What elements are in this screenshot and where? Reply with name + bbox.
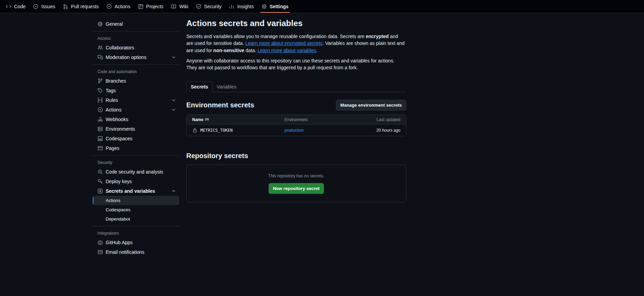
sidebar-item-code-security[interactable]: Code security and analysis (93, 167, 179, 177)
manage-environment-secrets-button[interactable]: Manage environment secrets (336, 100, 406, 110)
issue-opened-icon (33, 4, 38, 9)
intro-bold-encrypted: encrypted (366, 34, 389, 39)
sidebar-item-label: Environments (106, 126, 135, 132)
collaborator-paragraph: Anyone with collaborator access to this … (186, 57, 406, 71)
sidebar-item-label: Pages (106, 145, 119, 151)
chevron-down-icon (171, 97, 176, 103)
sidebar-item-tags[interactable]: Tags (93, 86, 179, 95)
sidebar-item-label: GitHub Apps (106, 240, 133, 245)
sidebar-item-collaborators[interactable]: Collaborators (93, 43, 179, 52)
sidebar-item-pages[interactable]: Pages (93, 143, 179, 153)
settings-sidebar: General Access Collaborators Moderation … (93, 19, 179, 257)
sidebar-divider (93, 226, 179, 226)
tab-issues-label: Issues (41, 4, 55, 9)
sidebar-item-label: Codespaces (106, 136, 132, 141)
environment-secrets-title: Environment secrets (186, 101, 254, 109)
table-header-row: Name Environment Last updated (187, 115, 406, 125)
tab-security[interactable]: Security (192, 0, 225, 13)
sidebar-item-deploy-keys[interactable]: Deploy keys (93, 177, 179, 186)
sidebar-item-label: Code security and analysis (106, 169, 163, 175)
tab-pull-requests-label: Pull requests (71, 4, 99, 9)
sidebar-subitem-label: Dependabot (106, 216, 130, 222)
sidebar-item-secrets-and-variables[interactable]: Secrets and variables (93, 186, 179, 196)
sidebar-item-actions[interactable]: Actions (93, 105, 179, 115)
sidebar-item-label: Actions (106, 107, 121, 113)
sidebar-item-environments[interactable]: Environments (93, 124, 179, 134)
table-row: METRICS_TOKEN production 20 hours ago (187, 125, 406, 136)
intro-bold-non-sensitive: non-sensitive (213, 48, 244, 53)
tab-variables[interactable]: Variables (213, 82, 241, 92)
gear-icon (97, 21, 103, 27)
environment-link[interactable]: production (284, 128, 304, 133)
sidebar-item-email-notifications[interactable]: Email notifications (93, 247, 179, 257)
sidebar-item-label: Email notifications (106, 249, 144, 255)
sort-ascending-icon (205, 117, 209, 122)
sidebar-subitem-codespaces[interactable]: Codespaces (93, 205, 179, 214)
sidebar-item-rules[interactable]: Rules (93, 95, 179, 105)
browser-icon (97, 145, 103, 151)
sidebar-item-moderation-options[interactable]: Moderation options (93, 52, 179, 62)
chevron-down-icon (171, 107, 176, 113)
tab-actions[interactable]: Actions (103, 0, 134, 13)
sidebar-item-label: General (106, 21, 123, 27)
tag-icon (97, 88, 103, 93)
sidebar-subitem-actions[interactable]: Actions (93, 196, 179, 205)
sidebar-item-label: Tags (106, 88, 116, 93)
sidebar-item-label: Secrets and variables (106, 188, 155, 194)
sidebar-item-label: Rules (106, 97, 118, 103)
tab-wiki[interactable]: Wiki (167, 0, 192, 13)
link-learn-variables[interactable]: Learn more about variables (258, 48, 316, 53)
table-header-environment: Environment (284, 117, 337, 122)
tab-insights[interactable]: Insights (225, 0, 257, 13)
key-icon (97, 179, 103, 184)
webhook-icon (97, 117, 103, 122)
header-name-label: Name (192, 117, 203, 122)
tab-security-label: Security (204, 4, 222, 9)
new-repository-secret-button[interactable]: New repository secret (269, 183, 324, 194)
graph-icon (229, 4, 234, 9)
tab-actions-label: Actions (115, 4, 130, 9)
table-header-name[interactable]: Name (187, 117, 284, 122)
sidebar-subitem-label: Codespaces (106, 207, 130, 212)
tab-pull-requests[interactable]: Pull requests (59, 0, 103, 13)
secrets-variables-tabs: Secrets Variables (186, 81, 406, 92)
sidebar-section-code-automation: Code and automation (93, 67, 179, 76)
people-icon (97, 45, 103, 50)
sidebar-item-label: Moderation options (106, 55, 147, 60)
sidebar-divider (93, 64, 179, 65)
shield-icon (196, 4, 201, 9)
play-icon (106, 4, 112, 9)
sidebar-subitem-dependabot[interactable]: Dependabot (93, 214, 179, 224)
chevron-down-icon (171, 55, 176, 60)
tab-projects[interactable]: Projects (134, 0, 167, 13)
tab-wiki-label: Wiki (179, 4, 188, 9)
tab-projects-label: Projects (146, 4, 164, 9)
sidebar-subitem-label: Actions (106, 198, 120, 203)
sidebar-divider (93, 31, 179, 32)
server-icon (97, 126, 103, 132)
sidebar-item-codespaces[interactable]: Codespaces (93, 134, 179, 143)
sidebar-section-security: Security (93, 158, 179, 167)
sidebar-item-general[interactable]: General (93, 19, 179, 29)
rules-icon (97, 97, 103, 103)
intro-paragraph: Secrets and variables allow you to manag… (186, 33, 406, 54)
sidebar-item-label: Deploy keys (106, 179, 132, 184)
tab-code[interactable]: Code (2, 0, 29, 13)
sidebar-item-branches[interactable]: Branches (93, 76, 179, 86)
git-branch-icon (97, 78, 103, 84)
secret-environment-cell: production (284, 128, 337, 133)
gear-icon (261, 4, 267, 9)
sidebar-item-webhooks[interactable]: Webhooks (93, 115, 179, 124)
sidebar-item-label: Branches (106, 78, 126, 84)
tab-issues[interactable]: Issues (29, 0, 59, 13)
secret-name-cell: METRICS_TOKEN (187, 128, 284, 133)
intro-text: Secrets and variables allow you to manag… (186, 34, 366, 39)
tab-secrets[interactable]: Secrets (186, 81, 213, 92)
tab-code-label: Code (14, 4, 25, 9)
sidebar-item-github-apps[interactable]: GitHub Apps (93, 238, 179, 247)
play-icon (97, 107, 103, 113)
tab-settings[interactable]: Settings (258, 0, 292, 13)
key-asterisk-icon (97, 188, 103, 194)
link-learn-encrypted-secrets[interactable]: Learn more about encrypted secrets (245, 40, 323, 46)
environment-secrets-header: Environment secrets Manage environment s… (186, 100, 406, 110)
